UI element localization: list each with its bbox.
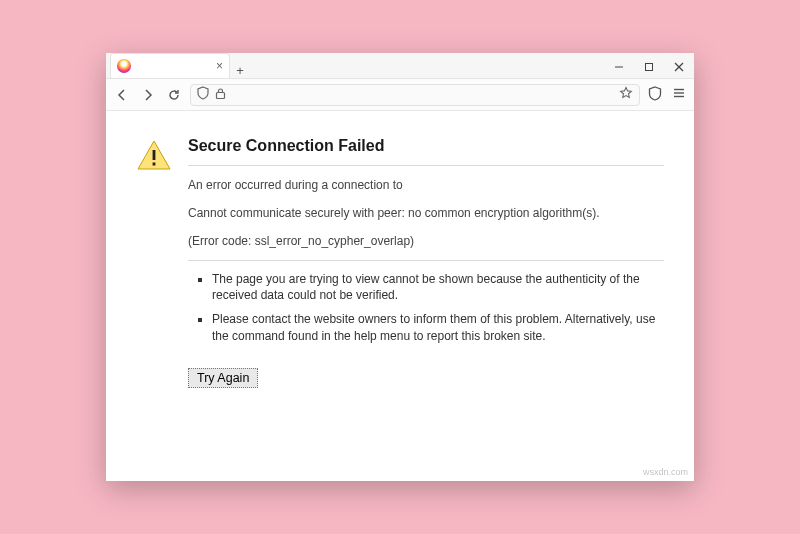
error-line-1: An error occurred during a connection to [188, 178, 664, 192]
try-again-button[interactable]: Try Again [188, 368, 258, 388]
reload-button[interactable] [166, 87, 182, 103]
page-content: Secure Connection Failed An error occurr… [106, 111, 694, 481]
close-window-button[interactable] [664, 56, 694, 78]
error-bullet: The page you are trying to view cannot b… [212, 271, 664, 303]
warning-icon [136, 139, 172, 174]
error-bullet: Please contact the website owners to inf… [212, 311, 664, 343]
nav-buttons [114, 87, 182, 103]
firefox-icon [117, 59, 131, 73]
error-bullets: The page you are trying to view cannot b… [188, 271, 664, 344]
close-tab-icon[interactable]: × [216, 59, 223, 73]
maximize-button[interactable] [634, 56, 664, 78]
svg-rect-8 [153, 150, 156, 160]
window-caption-buttons [604, 56, 694, 78]
url-bar[interactable] [190, 84, 640, 106]
minimize-button[interactable] [604, 56, 634, 78]
svg-rect-1 [646, 64, 653, 71]
error-body: Secure Connection Failed An error occurr… [188, 137, 664, 388]
error-title: Secure Connection Failed [188, 137, 664, 166]
watermark: wsxdn.com [643, 467, 688, 477]
tracking-shield-icon[interactable] [197, 86, 209, 103]
error-line-2: Cannot communicate securely with peer: n… [188, 206, 664, 220]
forward-button[interactable] [140, 87, 156, 103]
divider [188, 260, 664, 261]
lock-icon[interactable] [215, 87, 226, 103]
svg-rect-9 [153, 163, 156, 166]
menu-button[interactable] [672, 86, 686, 104]
new-tab-button[interactable]: + [230, 63, 250, 78]
error-code: (Error code: ssl_error_no_cypher_overlap… [188, 234, 664, 248]
active-tab[interactable]: × [110, 53, 230, 78]
bookmark-star-icon[interactable] [619, 86, 633, 103]
browser-window: × + [106, 53, 694, 481]
tab-strip: × + [106, 53, 694, 79]
toolbar-right-icons [648, 86, 686, 104]
toolbar [106, 79, 694, 111]
back-button[interactable] [114, 87, 130, 103]
protection-shield-icon[interactable] [648, 86, 662, 104]
svg-rect-4 [217, 92, 225, 98]
